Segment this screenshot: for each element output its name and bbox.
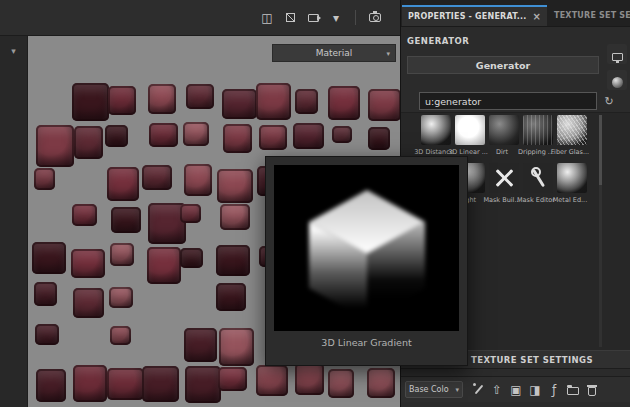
uv-island [142, 366, 179, 402]
uv-island [368, 127, 391, 150]
generator-label: Fiber Glas... [549, 148, 591, 156]
chevron-down-icon: ▾ [386, 50, 390, 58]
display-settings-icon[interactable] [607, 44, 627, 64]
wand-icon[interactable] [471, 382, 485, 398]
close-icon[interactable]: × [532, 11, 541, 22]
texture-set-settings-label: TEXTURE SET SETTINGS [471, 355, 593, 365]
add-fill-icon[interactable]: ◨ [528, 382, 542, 398]
scrollbar-thumb[interactable] [599, 115, 602, 185]
cube-icon [286, 13, 295, 22]
uv-island [217, 169, 253, 204]
generator-thumbnail [557, 115, 587, 145]
uv-island [367, 368, 395, 398]
uv-island [147, 247, 181, 284]
photo-camera-icon [369, 13, 381, 22]
uv-island [368, 89, 400, 121]
gradient-cube-image [287, 168, 447, 328]
uv-island [183, 122, 209, 146]
shelf-item[interactable]: Metal Ed... [555, 163, 589, 204]
generator-thumbnail [557, 163, 587, 193]
uv-island [108, 86, 137, 114]
add-effect-icon[interactable]: ƒ [547, 382, 561, 398]
generator-thumbnail [523, 163, 553, 193]
tab-label: TEXTURE SET SET... [554, 11, 630, 20]
channel-filter-label: Base Colo [409, 385, 449, 394]
uv-island [259, 125, 287, 151]
material-dropdown-label: Material [316, 48, 353, 58]
chevron-down-icon[interactable]: ▾ [0, 46, 27, 56]
uv-island [328, 86, 360, 120]
uv-island [185, 366, 221, 403]
uv-island [35, 324, 59, 346]
add-layer-icon[interactable]: ▣ [509, 382, 523, 398]
generator-preview-caption: 3D Linear Gradient [274, 337, 459, 348]
export-icon[interactable]: ⇧ [490, 382, 504, 398]
dropdown-caret-icon[interactable]: ▾ [329, 10, 343, 26]
uv-island [110, 326, 131, 345]
uv-island [218, 367, 247, 391]
generator-preview-image [274, 165, 459, 331]
trash-icon[interactable] [585, 382, 599, 398]
uv-island [74, 126, 103, 158]
uv-island [110, 243, 133, 266]
uv-island [34, 168, 54, 190]
trash-icon [588, 387, 596, 396]
uv-island [142, 165, 171, 189]
shelf-item[interactable]: Fiber Glas... [555, 115, 589, 156]
uv-island [222, 89, 257, 120]
uv-island [216, 283, 246, 311]
uv-island [72, 204, 97, 226]
uv-island [220, 204, 250, 230]
uv-island [111, 207, 141, 234]
video-camera-icon[interactable] [306, 10, 320, 26]
uv-island [32, 242, 66, 273]
uv-island [72, 83, 109, 121]
tab-properties-generator[interactable]: PROPERTIES - GENERAT... × [402, 5, 547, 26]
right-dock [607, 44, 627, 90]
panel-tab-bar: PROPERTIES - GENERAT... × TEXTURE SET SE… [401, 0, 630, 27]
shelf-scrollbar[interactable] [599, 115, 602, 347]
left-dock-strip: ▾ [0, 36, 28, 407]
reset-icon[interactable]: ↻ [601, 93, 617, 109]
shader-sphere-icon [612, 77, 623, 88]
uv-island [332, 126, 352, 143]
video-camera-icon [308, 14, 319, 22]
chevron-down-icon: ▾ [455, 386, 459, 394]
photo-camera-icon[interactable] [368, 10, 382, 26]
uv-island [73, 365, 107, 402]
uv-island [223, 124, 252, 153]
tab-texture-set-settings[interactable]: TEXTURE SET SET... [548, 5, 630, 26]
uv-island [107, 167, 139, 200]
uv-island [295, 363, 324, 395]
shelf-search-input[interactable] [419, 92, 597, 110]
uv-island [148, 84, 176, 114]
layers-toolbar: Base Colo ▾ ⇧▣◨ƒ [401, 376, 630, 402]
uv-island [149, 123, 178, 147]
uv-island [219, 328, 253, 366]
cube-icon[interactable] [283, 10, 297, 26]
folder-icon[interactable] [566, 382, 580, 398]
uv-island [328, 369, 354, 398]
toolbar-divider [355, 10, 356, 25]
uv-island [73, 288, 104, 317]
uv-island [295, 89, 318, 115]
uv-island [256, 83, 291, 121]
generator-thumbnail [455, 115, 485, 145]
split-view-icon[interactable]: ◫ [260, 10, 274, 26]
uv-island [107, 368, 144, 401]
channel-filter-dropdown[interactable]: Base Colo ▾ [405, 381, 463, 398]
material-dropdown[interactable]: Material ▾ [272, 44, 396, 62]
uv-island [293, 123, 324, 149]
shader-sphere-icon[interactable] [607, 70, 627, 90]
uv-island [216, 245, 249, 276]
uv-island [105, 125, 128, 147]
layers-toolbar-icons: ⇧▣◨ƒ [471, 382, 599, 398]
uv-island [186, 84, 214, 109]
uv-island [180, 248, 203, 267]
generator-label: Metal Ed... [549, 196, 591, 204]
uv-island [184, 164, 213, 195]
viewport-toolbar-icons: ◫▾ [260, 10, 382, 26]
viewport-toolbar: ◫▾ [0, 0, 400, 36]
generator-thumbnail [421, 115, 451, 145]
uv-island [184, 328, 217, 363]
